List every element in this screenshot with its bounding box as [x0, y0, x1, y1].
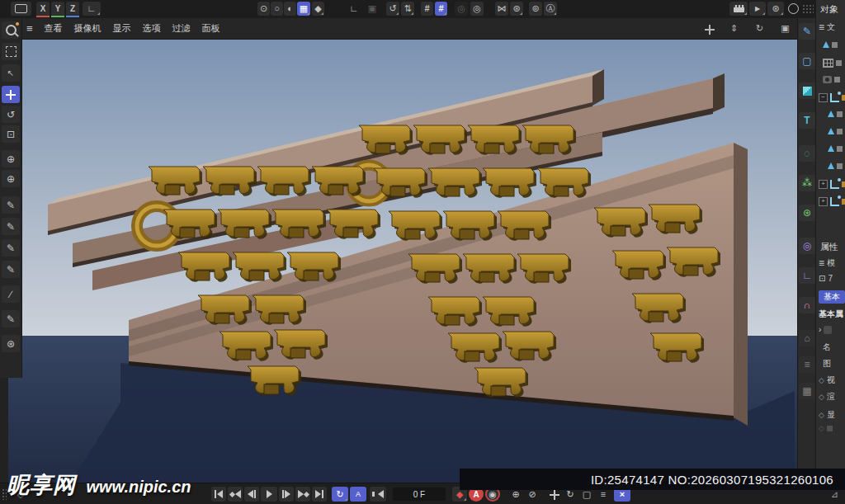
floor-grid-icon[interactable]: ▦	[799, 383, 815, 399]
frame-selection-icon[interactable]	[2, 43, 20, 60]
lock-z-button[interactable]: Z	[66, 2, 79, 17]
viewport-menu-icon[interactable]: ≡	[26, 22, 33, 35]
menu-panel[interactable]: 面板	[202, 22, 220, 35]
tree-row-light[interactable]	[823, 41, 838, 48]
render-to-picture-viewer-button[interactable]	[729, 2, 748, 16]
spline-primitive-icon[interactable]: ▢	[799, 53, 815, 69]
stage-object-icon[interactable]: ⌂	[799, 330, 815, 346]
spline-pen-object-icon[interactable]: ✎	[799, 23, 815, 40]
grid-snap-off-icon[interactable]: #	[421, 2, 433, 16]
shading-sphere-icon[interactable]: ⊙	[257, 2, 270, 16]
generator-gear-icon[interactable]: ⊛	[799, 205, 815, 221]
clapperboard-icon	[734, 5, 744, 12]
autokey-frame-button[interactable]: A	[350, 487, 366, 502]
menu-camera[interactable]: 摄像机	[74, 22, 101, 35]
tree-row-floor[interactable]	[823, 59, 842, 68]
tree-row-null-closed[interactable]: +	[819, 197, 845, 206]
spline-pen-icon[interactable]: ✎	[2, 239, 20, 257]
bend-deformer-icon[interactable]: ∩	[799, 297, 815, 313]
scale-tool-icon[interactable]: ⊡	[2, 125, 20, 143]
torus-deformer-icon[interactable]: ◎	[799, 238, 815, 254]
scene-list-icon[interactable]: ≡	[799, 356, 815, 373]
toggle-view-icon[interactable]: ▣	[778, 22, 792, 35]
objects-file-menu[interactable]: 文	[827, 21, 835, 33]
attributes-menu-icon[interactable]: ≡	[819, 257, 824, 269]
section-basic-properties[interactable]: 基本属	[819, 309, 843, 320]
axis-lock-icon[interactable]: ⊕	[2, 150, 20, 167]
coordinate-system-icon[interactable]: ∟	[83, 2, 101, 16]
attr-display-row[interactable]: ◇显	[819, 409, 835, 421]
corner-deformer-icon[interactable]: ∟	[799, 267, 815, 284]
world-axis-icon[interactable]: ∟	[347, 2, 361, 16]
goto-start-button[interactable]	[211, 487, 226, 502]
subdivision-surface-icon[interactable]: ◌	[799, 145, 815, 162]
previous-key-button[interactable]	[228, 487, 243, 502]
target-b-icon[interactable]: ◎	[470, 2, 484, 16]
next-frame-button[interactable]	[279, 487, 294, 502]
grid-snap-on-icon[interactable]: #	[435, 2, 447, 16]
menu-display[interactable]: 显示	[113, 22, 131, 35]
viewport-gadget-icon[interactable]: ⇅	[401, 2, 414, 16]
attributes-mode-row[interactable]: ≡ 模	[819, 257, 835, 269]
tree-row-child[interactable]	[828, 145, 843, 152]
auto-mode-icon[interactable]: Ⓐ	[544, 2, 557, 16]
menu-view[interactable]: 查看	[45, 22, 63, 35]
array-generator-icon[interactable]: ⁂	[799, 175, 815, 191]
objects-menu-icon[interactable]: ≡	[819, 21, 824, 33]
attr-render-visible-row[interactable]: ◇渲	[819, 391, 835, 403]
orbit-icon[interactable]: ↻	[753, 22, 767, 35]
play-button[interactable]	[261, 487, 277, 502]
menu-options[interactable]: 选项	[143, 22, 161, 35]
cube-primitive-icon[interactable]	[799, 82, 815, 99]
tree-row-null-open[interactable]: −	[819, 93, 845, 102]
next-key-button[interactable]	[295, 487, 310, 502]
text-object-icon[interactable]: T	[799, 112, 815, 129]
previous-frame-button[interactable]	[244, 487, 259, 502]
move-tool-icon[interactable]	[2, 86, 20, 103]
render-active-view-button[interactable]: ▶	[749, 2, 766, 16]
viewport-3d[interactable]	[8, 40, 797, 483]
tweak-settings-icon[interactable]: ⊛	[510, 2, 523, 16]
goto-end-button[interactable]	[312, 487, 327, 502]
tree-row-child[interactable]	[828, 128, 843, 134]
attributes-mode-menu[interactable]: 模	[827, 257, 835, 269]
objects-menu-row[interactable]: ≡ 文	[819, 21, 835, 33]
sound-toggle-button[interactable]	[370, 487, 386, 502]
live-selection-icon[interactable]	[2, 21, 20, 39]
mirror-tool-icon[interactable]: ⋈	[495, 2, 508, 16]
tree-row-camera[interactable]	[823, 76, 840, 83]
material-sphere-icon[interactable]	[786, 2, 800, 16]
tab-basic[interactable]: 基本	[819, 290, 845, 304]
pen-tool-icon[interactable]: ✎	[2, 196, 20, 214]
rotate-tool-icon[interactable]: ↺	[2, 106, 20, 123]
tree-row-child[interactable]	[828, 163, 843, 169]
knife-tool-icon[interactable]: ✎	[2, 310, 20, 327]
render-settings-button[interactable]: ⊛	[767, 2, 784, 16]
lock-y-button[interactable]: Y	[51, 2, 64, 17]
pick-arrow-icon[interactable]: ↖	[2, 64, 20, 82]
panel-grip[interactable]	[802, 4, 814, 14]
axis-edit-icon[interactable]: ⊕	[2, 170, 20, 187]
attr-object-row[interactable]: ›	[819, 325, 832, 334]
loop-mode-button[interactable]: ↻	[332, 487, 348, 502]
shading-half-icon[interactable]: ◐	[284, 2, 296, 16]
zoom-icon[interactable]: ⇕	[727, 22, 741, 35]
shading-box-active-icon[interactable]: ▦	[297, 2, 310, 16]
pan-hand-icon[interactable]	[701, 22, 715, 35]
frame-counter-field[interactable]: 0 F	[393, 488, 446, 501]
shading-multi-icon[interactable]: ◆	[312, 2, 324, 16]
app-layout-icon[interactable]	[11, 2, 31, 16]
target-a-icon[interactable]: ◎	[455, 2, 468, 16]
sketch-tool-icon[interactable]: ✎	[2, 218, 20, 235]
attr-editor-visible-row[interactable]: ◇视	[819, 374, 835, 386]
magnet-tool-icon[interactable]: ⊛	[2, 335, 20, 352]
tree-row-null-closed[interactable]: +	[819, 180, 845, 189]
lock-x-button[interactable]: X	[36, 2, 50, 17]
shading-ring-icon[interactable]: ○	[271, 2, 283, 16]
undo-view-icon[interactable]: ↺	[386, 2, 399, 16]
line-cut-icon[interactable]: ∕	[2, 285, 20, 303]
menu-filter[interactable]: 过滤	[172, 22, 191, 35]
tree-row-child[interactable]	[828, 111, 843, 117]
spline-smooth-icon[interactable]: ✎	[2, 261, 20, 278]
workplane-icon[interactable]: ⊚	[529, 2, 542, 16]
